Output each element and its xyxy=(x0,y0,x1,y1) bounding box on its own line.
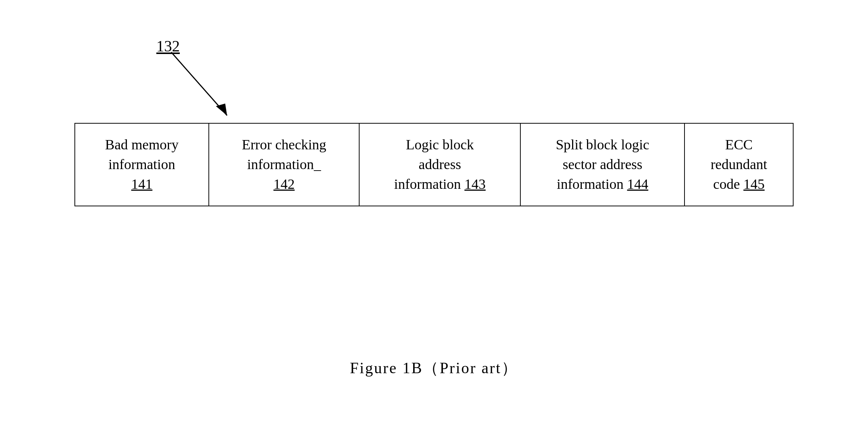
arrow-svg xyxy=(167,48,249,130)
cell-split-block: Split block logicsector addressinformati… xyxy=(520,123,684,206)
diagram-container: 132 Bad memoryinformation141 Error check… xyxy=(0,0,868,438)
ref-144: 144 xyxy=(627,176,648,192)
ref-142: 142 xyxy=(274,176,295,192)
table-row: Bad memoryinformation141 Error checkingi… xyxy=(75,123,793,206)
cell-bad-memory-text: Bad memoryinformation141 xyxy=(105,137,178,192)
data-table: Bad memoryinformation141 Error checkingi… xyxy=(74,123,794,206)
cell-error-checking: Error checkinginformation_142 xyxy=(209,123,359,206)
figure-caption: Figure 1B（Prior art） xyxy=(0,358,868,378)
cell-error-checking-text: Error checkinginformation_142 xyxy=(242,137,326,192)
ref-141: 141 xyxy=(131,176,152,192)
cell-bad-memory: Bad memoryinformation141 xyxy=(75,123,209,206)
cell-logic-block-text: Logic blockaddressinformation 143 xyxy=(394,137,486,192)
cell-split-block-text: Split block logicsector addressinformati… xyxy=(556,137,649,192)
ref-145: 145 xyxy=(743,176,765,192)
cell-ecc-text: ECCredundantcode 145 xyxy=(711,137,767,192)
cell-logic-block: Logic blockaddressinformation 143 xyxy=(359,123,520,206)
main-table-wrapper: Bad memoryinformation141 Error checkingi… xyxy=(74,123,794,206)
cell-ecc: ECCredundantcode 145 xyxy=(684,123,793,206)
ref-143: 143 xyxy=(465,176,486,192)
